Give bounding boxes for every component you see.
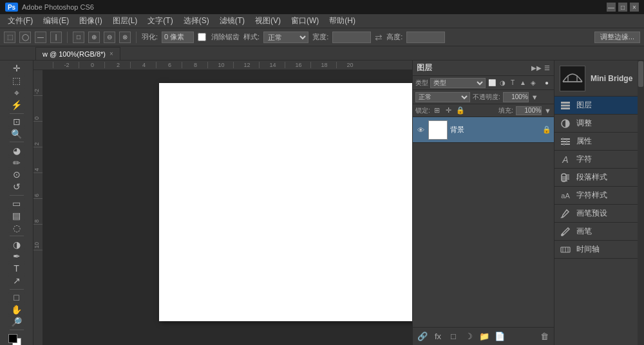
eraser-tool[interactable]: ▭ xyxy=(8,198,25,209)
width-input[interactable] xyxy=(332,32,371,43)
filter-toggle[interactable]: ● xyxy=(542,79,551,88)
menu-text[interactable]: 文字(T) xyxy=(142,14,178,28)
sidebar-adjustments-label: 调整 xyxy=(576,118,592,129)
tool-sep-3 xyxy=(10,195,24,196)
opacity-arrow[interactable]: ▼ xyxy=(531,93,538,101)
text-tool[interactable]: T xyxy=(8,263,25,274)
rect-marquee-tool[interactable]: ⬚ xyxy=(8,75,25,86)
brush-tool[interactable]: ✏ xyxy=(8,157,25,168)
mini-bridge-panel[interactable]: Mini Bridge xyxy=(554,61,644,97)
antialias-checkbox[interactable] xyxy=(198,33,206,41)
filter-type-select[interactable]: 类型 xyxy=(430,78,486,88)
document-tab[interactable]: w @ 100%(RGB/8*) × xyxy=(35,47,120,60)
sidebar-panel-adjustments[interactable]: 调整 xyxy=(554,115,644,133)
magic-wand-tool[interactable]: ⚡ xyxy=(8,100,25,111)
move-tool[interactable]: ✛ xyxy=(8,63,25,74)
filter-smart-icon[interactable]: ◈ xyxy=(529,79,538,88)
layer-visibility-icon[interactable]: 👁 xyxy=(415,125,426,135)
menu-select[interactable]: 选择(S) xyxy=(178,14,214,28)
shape-tool[interactable]: □ xyxy=(8,292,25,303)
sidebar-panel-properties[interactable]: 属性 xyxy=(554,133,644,151)
minimize-button[interactable]: — xyxy=(607,3,616,12)
tool-rect-select[interactable]: ⬚ xyxy=(4,32,15,43)
layers-panel-title: 图层 xyxy=(417,62,432,73)
blend-mode-select[interactable]: 正常 溶解 变暗 xyxy=(415,92,470,102)
layer-delete-button[interactable]: 🗑 xyxy=(538,331,550,342)
layer-item[interactable]: 👁 背景 🔒 xyxy=(413,117,554,143)
layer-adjustment-button[interactable]: ☽ xyxy=(463,331,475,342)
dodge-tool[interactable]: ◑ xyxy=(8,239,25,250)
height-input[interactable] xyxy=(406,32,445,43)
feather-input[interactable] xyxy=(162,32,194,43)
menu-edit[interactable]: 编辑(E) xyxy=(38,14,74,28)
layer-mask-button[interactable]: □ xyxy=(448,331,459,342)
style-select[interactable]: 正常 固定比例 固定大小 xyxy=(263,32,308,43)
clone-tool[interactable]: ⊙ xyxy=(8,169,25,180)
gradient-tool[interactable]: ▤ xyxy=(8,210,25,221)
sidebar-panel-brush[interactable]: 画笔 xyxy=(554,223,644,241)
crop-tool[interactable]: ⊡ xyxy=(8,117,25,127)
fill-input[interactable] xyxy=(516,106,542,115)
menu-view[interactable]: 视图(V) xyxy=(250,14,286,28)
fill-label: 填充: xyxy=(498,106,513,115)
title-controls[interactable]: — □ × xyxy=(607,3,639,12)
menu-image[interactable]: 图像(I) xyxy=(74,14,107,28)
menu-file[interactable]: 文件(F) xyxy=(3,14,38,28)
panel-expand-btn[interactable]: ▶▶ xyxy=(531,64,542,71)
filter-shape-icon[interactable]: ▲ xyxy=(518,79,527,88)
sidebar-panel-timeline[interactable]: 时间轴 xyxy=(554,241,644,259)
spot-heal-tool[interactable]: ◕ xyxy=(8,145,25,156)
layer-link-button[interactable]: 🔗 xyxy=(417,331,428,342)
path-select-tool[interactable]: ↗ xyxy=(8,275,25,286)
sidebar-panel-brush-preset[interactable]: 画笔预设 xyxy=(554,205,644,223)
layer-new-button[interactable]: 📄 xyxy=(494,331,506,342)
canvas-workspace[interactable] xyxy=(43,70,412,345)
tab-close-icon[interactable]: × xyxy=(109,50,113,57)
zoom-tool[interactable]: 🔎 xyxy=(8,316,25,327)
sel-subtract[interactable]: ⊖ xyxy=(104,32,115,43)
opacity-input[interactable] xyxy=(503,92,529,102)
lock-position-icon[interactable]: ✛ xyxy=(444,106,453,115)
ruler-mark: 12 xyxy=(233,62,259,68)
pen-tool[interactable]: ✒ xyxy=(8,251,25,262)
width-label: 宽度: xyxy=(312,32,328,42)
hand-tool[interactable]: ✋ xyxy=(8,304,25,315)
blur-tool[interactable]: ◌ xyxy=(8,222,25,233)
panel-menu-btn[interactable]: ☰ xyxy=(544,64,550,71)
eyedropper-tool[interactable]: 🔍 xyxy=(8,128,25,139)
layer-group-button[interactable]: 📁 xyxy=(478,331,490,342)
close-button[interactable]: × xyxy=(630,3,639,12)
menu-layer[interactable]: 图层(L) xyxy=(108,14,143,28)
foreground-color[interactable] xyxy=(8,334,17,343)
adjust-edges-button[interactable]: 调整边缘... xyxy=(594,32,640,43)
maximize-button[interactable]: □ xyxy=(618,3,627,12)
tool-single-row[interactable]: — xyxy=(35,32,46,43)
color-swatches[interactable] xyxy=(8,334,25,345)
sel-intersect[interactable]: ⊗ xyxy=(119,32,131,43)
svg-rect-6 xyxy=(561,107,570,109)
svg-rect-9 xyxy=(561,141,570,142)
sidebar-panel-paragraph[interactable]: 段落样式 xyxy=(554,169,644,187)
sidebar-panel-layers[interactable]: 图层 xyxy=(554,97,644,115)
fill-arrow[interactable]: ▼ xyxy=(544,107,551,115)
tool-single-col[interactable]: | xyxy=(50,32,62,43)
sidebar-panel-char-style[interactable]: aA 字符样式 xyxy=(554,187,644,205)
opacity-label: 不透明度: xyxy=(473,93,500,102)
svg-rect-0 xyxy=(560,66,585,91)
right-scrollbar[interactable] xyxy=(638,61,644,345)
layer-fx-button[interactable]: fx xyxy=(432,331,444,342)
menu-window[interactable]: 窗口(W) xyxy=(286,14,324,28)
menu-filter[interactable]: 滤镜(T) xyxy=(214,14,250,28)
tool-ellipse-select[interactable]: ◯ xyxy=(19,32,31,43)
lock-all-icon[interactable]: 🔒 xyxy=(456,106,465,115)
lasso-tool[interactable]: ⌖ xyxy=(8,88,25,98)
filter-pixel-icon[interactable]: ⬜ xyxy=(488,79,497,88)
sel-new[interactable]: □ xyxy=(73,32,84,43)
lock-pixels-icon[interactable]: ⊞ xyxy=(433,106,442,115)
menu-help[interactable]: 帮助(H) xyxy=(324,14,361,28)
history-brush-tool[interactable]: ↺ xyxy=(8,182,25,192)
sidebar-panel-character[interactable]: A 字符 xyxy=(554,151,644,169)
filter-text-icon[interactable]: T xyxy=(508,79,517,88)
sel-add[interactable]: ⊕ xyxy=(88,32,100,43)
filter-adjust-icon[interactable]: ◑ xyxy=(498,79,507,88)
